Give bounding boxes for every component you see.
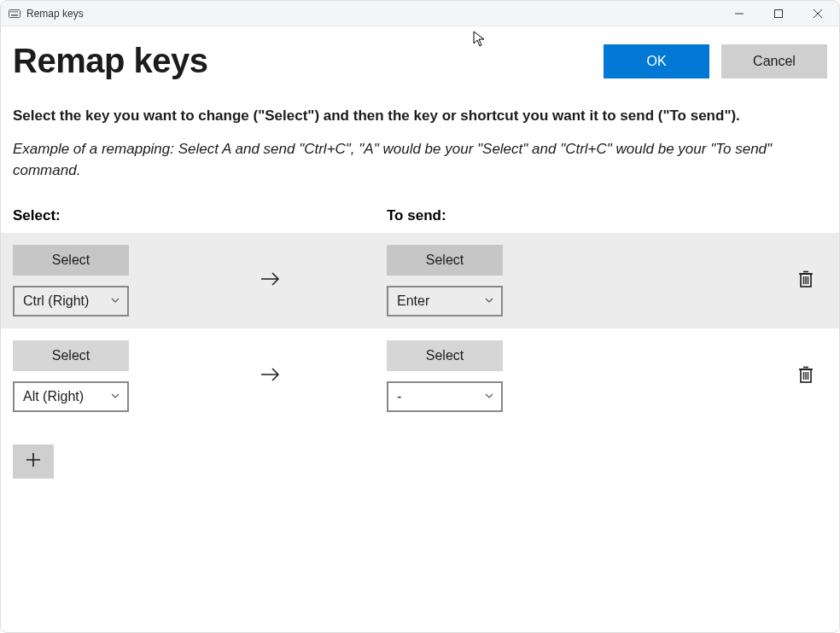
remap-row: Select Alt (Right) Select - [1, 328, 839, 424]
instructions-main: Select the key you want to change ("Sele… [13, 106, 827, 126]
column-header-select: Select: [13, 207, 387, 224]
to-key-dropdown[interactable]: - [387, 381, 503, 412]
arrow-right-icon [259, 269, 283, 293]
window-minimize-button[interactable] [720, 1, 759, 26]
keyboard-icon [8, 7, 21, 20]
chevron-down-icon [484, 389, 494, 404]
column-header-tosend: To send: [387, 207, 827, 224]
from-key-dropdown[interactable]: Alt (Right) [13, 381, 129, 412]
window-maximize-button[interactable] [759, 1, 798, 26]
window-title: Remap keys [26, 8, 84, 20]
svg-rect-5 [11, 15, 18, 16]
to-key-value: Enter [397, 293, 484, 309]
chevron-down-icon [110, 389, 120, 404]
delete-row-button[interactable] [796, 269, 815, 293]
to-select-button[interactable]: Select [387, 340, 503, 371]
chevron-down-icon [110, 293, 120, 309]
instructions-example: Example of a remapping: Select A and sen… [13, 138, 807, 182]
svg-rect-2 [13, 11, 15, 13]
svg-rect-4 [17, 11, 19, 13]
from-key-dropdown[interactable]: Ctrl (Right) [13, 286, 129, 316]
ok-button[interactable]: OK [604, 44, 709, 78]
from-select-button[interactable]: Select [13, 340, 129, 371]
from-select-button[interactable]: Select [13, 245, 129, 276]
arrow-right-icon [259, 364, 283, 388]
plus-icon [25, 451, 42, 472]
to-select-button[interactable]: Select [387, 245, 503, 276]
cancel-button[interactable]: Cancel [721, 44, 827, 78]
to-key-dropdown[interactable]: Enter [387, 286, 503, 316]
to-key-value: - [397, 389, 484, 404]
delete-row-button[interactable] [796, 364, 815, 388]
window-close-button[interactable] [798, 1, 837, 26]
column-headers: Select: To send: [1, 182, 839, 233]
page-header: Remap keys OK Cancel [1, 26, 839, 80]
svg-rect-0 [9, 9, 20, 17]
from-key-value: Ctrl (Right) [23, 293, 110, 309]
chevron-down-icon [484, 293, 494, 309]
window-titlebar: Remap keys [1, 1, 839, 26]
from-key-value: Alt (Right) [23, 389, 110, 404]
page-title: Remap keys [13, 42, 604, 80]
add-remap-button[interactable] [13, 444, 54, 479]
svg-rect-3 [15, 11, 16, 13]
svg-rect-7 [775, 9, 783, 17]
remap-row: Select Ctrl (Right) Select Enter [1, 233, 839, 328]
instructions: Select the key you want to change ("Sele… [1, 80, 839, 182]
svg-rect-1 [10, 11, 12, 13]
